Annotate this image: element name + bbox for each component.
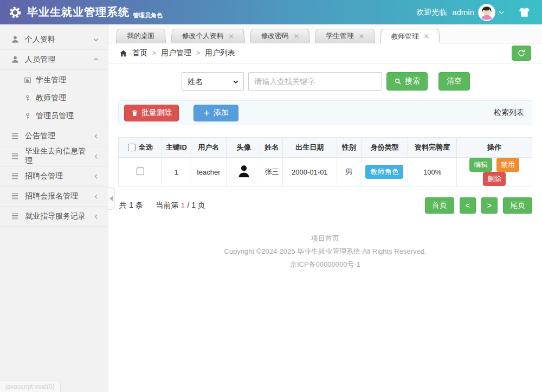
user-menu-chevron-down-icon[interactable] xyxy=(498,9,505,16)
column-header: 操作 xyxy=(457,138,532,158)
pagination-total: 共 1 条 xyxy=(119,201,143,210)
list-icon xyxy=(11,212,20,221)
sidebar-item-jobfair-mgmt[interactable]: 招聘会管理 xyxy=(0,166,108,187)
add-button-label: 添加 xyxy=(214,108,229,118)
tab-student-mgmt[interactable]: 学生管理 xyxy=(315,29,375,43)
pagination-current-label: 当前第 xyxy=(156,201,179,210)
tab-label: 修改密码 xyxy=(261,31,289,41)
sidebar-item-employment-guidance[interactable]: 就业指导服务记录 xyxy=(0,207,108,227)
cell-birthdate: 2000-01-01 xyxy=(282,158,337,187)
cell-name: 张三 xyxy=(261,158,283,187)
clear-button-label: 清空 xyxy=(447,76,462,86)
sidebar-item-label: 个人资料 xyxy=(25,35,55,44)
close-icon[interactable] xyxy=(229,34,234,38)
row-checkbox[interactable] xyxy=(137,168,144,175)
browser-status-tooltip: javascript:void(0) xyxy=(0,381,61,392)
list-title: 检索列表 xyxy=(494,108,526,118)
content-area: 我的桌面 修改个人资料 修改密码 学生管理 教师管 xyxy=(108,24,542,392)
edit-button[interactable]: 编辑 xyxy=(469,158,492,172)
sidebar-item-profile[interactable]: 个人资料 xyxy=(0,30,108,50)
key-icon xyxy=(24,112,31,120)
tab-edit-profile[interactable]: 修改个人资料 xyxy=(171,29,245,43)
sidebar-item-label: 教师管理 xyxy=(36,93,66,103)
pagination-page-suffix: / 1 页 xyxy=(187,201,205,210)
search-row: 姓名 搜索 清空 xyxy=(182,72,532,91)
sidebar-item-jobfair-signup-mgmt[interactable]: 招聘会报名管理 xyxy=(0,187,108,207)
tab-change-password[interactable]: 修改密码 xyxy=(250,29,310,43)
search-button[interactable]: 搜索 xyxy=(386,72,428,91)
person-silhouette-icon xyxy=(236,164,251,179)
breadcrumb-user-mgmt[interactable]: 用户管理 xyxy=(161,48,191,58)
refresh-button[interactable] xyxy=(512,46,531,61)
column-header: 用户名 xyxy=(191,138,227,158)
breadcrumb: 首页 > 用户管理 > 用户列表 xyxy=(108,43,542,63)
breadcrumb-separator: > xyxy=(196,49,200,57)
column-header: 主键ID xyxy=(162,138,191,158)
column-header: 身份类型 xyxy=(361,138,408,158)
tab-teacher-mgmt[interactable]: 教师管理 xyxy=(380,29,440,43)
sidebar-item-teacher-mgmt[interactable]: 教师管理 xyxy=(0,89,108,107)
sidebar-item-student-mgmt[interactable]: 学生管理 xyxy=(0,71,108,89)
column-header: 头像 xyxy=(227,138,261,158)
pagination-next-button[interactable]: > xyxy=(481,197,498,214)
tab-bar: 我的桌面 修改个人资料 修改密码 学生管理 教师管 xyxy=(108,24,542,43)
cell-id: 1 xyxy=(162,158,191,187)
sidebar-collapse-handle[interactable] xyxy=(108,187,115,210)
pagination-current-page: 1 xyxy=(181,201,185,210)
footer-icp: 京ICP备00000000号-1 xyxy=(118,258,532,271)
page-footer: 项目首页 Copyright ©2024-2025 毕业生就业管理系统 All … xyxy=(118,232,532,271)
gear-icon xyxy=(9,6,22,19)
column-header: 性别 xyxy=(337,138,361,158)
key-icon xyxy=(24,94,31,102)
sidebar-item-personnel[interactable]: 人员管理 xyxy=(0,50,108,70)
select-all-checkbox[interactable] xyxy=(128,144,136,151)
pagination-prev-button[interactable]: < xyxy=(460,197,476,214)
delete-button[interactable]: 删除 xyxy=(483,172,506,186)
footer-copyright: Copyright ©2024-2025 毕业生就业管理系统 All Right… xyxy=(118,245,532,258)
cell-completeness: 100% xyxy=(408,158,457,187)
add-button[interactable]: 添加 xyxy=(193,105,238,121)
sidebar-item-label: 毕业生去向信息管理 xyxy=(25,146,88,166)
sidebar-item-graduate-destination[interactable]: 毕业生去向信息管理 xyxy=(0,146,108,166)
footer-home-link[interactable]: 项目首页 xyxy=(118,232,532,245)
welcome-text: 欢迎光临 xyxy=(416,8,447,17)
tshirt-icon[interactable] xyxy=(519,7,530,18)
table-header-row: 全选 主键ID 用户名 头像 姓名 出生日期 性别 身份类型 资料完善度 操作 xyxy=(119,138,532,158)
card-icon xyxy=(24,76,31,84)
chevron-left-icon xyxy=(93,173,99,179)
pagination: 共 1 条 当前第 1 / 1 页 首页 < > 尾页 xyxy=(118,197,532,214)
sidebar-item-label: 就业指导服务记录 xyxy=(25,211,86,221)
breadcrumb-home[interactable]: 首页 xyxy=(132,48,147,58)
page-body: 姓名 搜索 清空 xyxy=(108,63,542,392)
search-field-select[interactable]: 姓名 xyxy=(182,73,243,90)
batch-delete-button[interactable]: 批量删除 xyxy=(124,105,179,121)
avatar[interactable] xyxy=(479,4,495,21)
tab-label: 学生管理 xyxy=(326,31,354,41)
username-text: admin xyxy=(452,8,474,17)
sidebar-item-label: 招聘会报名管理 xyxy=(25,191,78,201)
tab-label: 修改个人资料 xyxy=(182,31,224,41)
close-icon[interactable] xyxy=(359,34,364,38)
cell-username: teacher xyxy=(191,158,227,187)
close-icon[interactable] xyxy=(294,34,299,38)
chevron-left-icon xyxy=(93,214,99,220)
close-icon[interactable] xyxy=(424,34,429,39)
sidebar-item-admin-mgmt[interactable]: 管理员管理 xyxy=(0,107,108,125)
search-input[interactable] xyxy=(248,72,382,91)
pagination-last-button[interactable]: 尾页 xyxy=(503,197,532,214)
app-title: 毕业生就业管理系统 xyxy=(27,5,130,20)
tab-my-desktop[interactable]: 我的桌面 xyxy=(116,29,166,43)
sidebar-item-label: 人员管理 xyxy=(25,55,55,65)
role-type-badge: 教师角色 xyxy=(365,165,403,179)
list-icon xyxy=(11,152,20,160)
chevron-down-icon xyxy=(93,36,99,43)
clear-button[interactable]: 清空 xyxy=(438,72,470,91)
sidebar-item-announcement-mgmt[interactable]: 公告管理 xyxy=(0,126,108,146)
triangle-left-icon xyxy=(109,195,113,202)
list-icon xyxy=(11,172,20,181)
list-icon xyxy=(11,132,20,140)
chevron-left-icon xyxy=(93,194,99,200)
pagination-first-button[interactable]: 首页 xyxy=(425,197,454,214)
column-header: 资料完善度 xyxy=(408,138,457,158)
disable-button[interactable]: 禁用 xyxy=(496,158,519,172)
